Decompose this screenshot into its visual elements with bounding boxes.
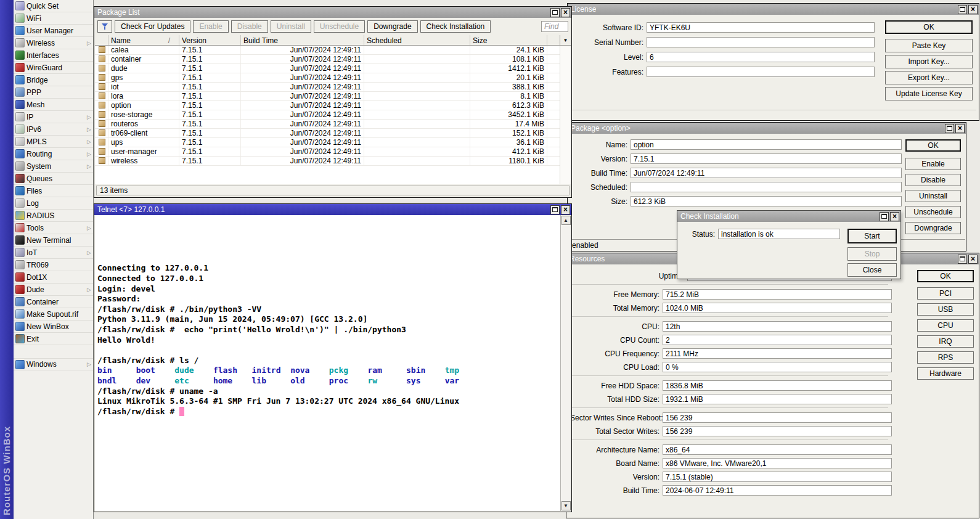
ok-button[interactable]: OK [917,270,974,282]
sidebar-item-wireless[interactable]: Wireless▷ [14,37,93,49]
scroll-down-button[interactable]: ▼ [561,501,571,510]
sidebar-item-radius[interactable]: RADIUS [14,210,93,222]
package-list-titlebar[interactable]: Package List × [94,7,571,18]
package-row-container[interactable]: container7.15.1Jun/07/2024 12:49:11108.1… [95,55,571,64]
resources-cpu-field[interactable]: 12th [663,321,892,332]
package-table-scrollbar[interactable] [560,46,571,184]
column-name[interactable]: Name/ [108,35,179,45]
find-input[interactable] [541,21,568,32]
downgrade-button[interactable]: Downgrade [367,20,417,33]
package-row-calea[interactable]: calea7.15.1Jun/07/2024 12:49:1124.1 KiB [95,46,571,55]
sidebar-item-new-terminal[interactable]: New Terminal [14,234,93,247]
resources-total-sector-writes-field[interactable]: 156 239 [663,426,892,436]
scroll-up-button[interactable]: ▲ [561,216,571,225]
start-button[interactable]: Start [847,229,897,243]
sidebar-item-dot1x[interactable]: Dot1X [14,271,93,284]
sidebar-item-dude[interactable]: Dude▷ [14,284,93,296]
unschedule-button[interactable]: Unschedule [905,206,961,218]
maximize-button[interactable] [958,255,967,264]
sidebar-item-user-manager[interactable]: User Manager [14,25,93,37]
resources-total-hdd-size-field[interactable]: 1932.1 MiB [663,394,892,404]
update-license-key-button[interactable]: Update License Key [885,87,973,100]
terminal-output[interactable]: Connecting to 127.0.0.1Connected to 127.… [95,215,560,511]
license-titlebar[interactable]: License × [568,4,979,15]
sidebar-item-mpls[interactable]: MPLS▷ [14,136,93,148]
import-key-button[interactable]: Import Key... [885,55,973,68]
sidebar-item-routing[interactable]: Routing▷ [14,148,93,160]
maximize-button[interactable] [880,212,889,221]
sidebar-item-container[interactable]: Container [14,296,93,308]
package-row-option[interactable]: option7.15.1Jun/07/2024 12:49:11612.3 Ki… [95,101,571,110]
sidebar-item-log[interactable]: Log [14,197,93,210]
resources-free-memory-field[interactable]: 715.2 MiB [663,289,892,300]
sidebar-item-files[interactable]: Files [14,185,93,197]
package-row-ups[interactable]: ups7.15.1Jun/07/2024 12:49:1136.1 KiB [95,138,571,147]
package-row-routeros[interactable]: routeros7.15.1Jun/07/2024 12:49:1117.4 M… [95,120,571,129]
cpu-button[interactable]: CPU [917,319,974,332]
resources-cpu-load-field[interactable]: 0 % [663,362,892,372]
irq-button[interactable]: IRQ [917,335,974,348]
filter-button[interactable] [97,20,112,33]
package-size-field[interactable]: 612.3 KiB [631,196,902,206]
column-scheduled[interactable]: Scheduled [364,35,470,45]
sidebar-item-make-supout-rif[interactable]: Make Supout.rif [14,308,93,321]
disable-button[interactable]: Disable [905,174,961,186]
column-size[interactable]: Size [470,35,547,45]
check-installation-button[interactable]: Check Installation [420,20,491,33]
resources-free-hdd-space-field[interactable]: 1836.8 MiB [663,380,892,391]
package-row-dude[interactable]: dude7.15.1Jun/07/2024 12:49:111412.1 KiB [95,64,571,73]
close-button[interactable]: × [561,8,570,17]
sidebar-item-ppp[interactable]: PPP [14,86,93,99]
close-button[interactable]: × [955,124,965,133]
resources-cpu-count-field[interactable]: 2 [663,335,892,345]
sidebar-item-tr069[interactable]: TR069 [14,259,93,271]
sidebar-item-quick-set[interactable]: Quick Set [14,0,93,12]
sidebar-item-ipv6[interactable]: IPv6▷ [14,123,93,136]
package-scheduled-field[interactable] [631,182,902,192]
package-row-gps[interactable]: gps7.15.1Jun/07/2024 12:49:1120.1 KiB [95,73,571,83]
resources-version-field[interactable]: 7.15.1 (stable) [663,472,892,482]
sidebar-item-system[interactable]: System▷ [14,160,93,173]
maximize-button[interactable] [958,5,967,14]
ok-button[interactable]: OK [905,139,961,152]
package-name-field[interactable]: option [631,139,902,150]
resources-cpu-frequency-field[interactable]: 2111 MHz [663,348,892,359]
resources-sector-writes-since-reboot-field[interactable]: 156 239 [663,412,892,423]
package-option-titlebar[interactable]: Package <option> × [568,123,966,134]
sidebar-item-mesh[interactable]: Mesh [14,99,93,111]
package-row-tr069-client[interactable]: tr069-client7.15.1Jun/07/2024 12:49:1115… [95,129,571,138]
close-button[interactable]: × [561,205,570,215]
paste-key-button[interactable]: Paste Key [885,39,973,52]
rps-button[interactable]: RPS [917,351,974,364]
package-row-iot[interactable]: iot7.15.1Jun/07/2024 12:49:11388.1 KiB [95,83,571,92]
resources-architecture-name-field[interactable]: x86_64 [663,444,892,455]
license-serial-number-field[interactable] [647,37,875,47]
package-row-user-manager[interactable]: user-manager7.15.1Jun/07/2024 12:49:1141… [95,147,571,157]
sidebar-item-bridge[interactable]: Bridge [14,74,93,86]
package-row-rose-storage[interactable]: rose-storage7.15.1Jun/07/2024 12:49:1134… [95,110,571,120]
package-row-lora[interactable]: lora7.15.1Jun/07/2024 12:49:118.1 KiB [95,92,571,101]
resources-build-time-field[interactable]: 2024-06-07 12:49:11 [663,485,892,496]
sidebar-item-wifi[interactable]: WiFi [14,12,93,25]
ok-button[interactable]: OK [885,20,973,34]
maximize-button[interactable] [550,8,560,17]
package-row-wireless[interactable]: wireless7.15.1Jun/07/2024 12:49:111180.1… [95,157,571,166]
sidebar-item-iot[interactable]: IoT▷ [14,247,93,259]
close-button[interactable]: × [890,212,899,221]
sidebar-item-tools[interactable]: Tools▷ [14,222,93,234]
sidebar-item-interfaces[interactable]: Interfaces [14,49,93,62]
license-features-field[interactable] [647,67,875,77]
column-select-button[interactable]: ▼ [560,35,571,45]
sidebar-item-queues[interactable]: Queues [14,173,93,185]
close-button[interactable]: Close [847,263,897,277]
check-for-updates-button[interactable]: Check For Updates [115,20,190,33]
enable-button[interactable]: Enable [905,158,961,170]
close-button[interactable]: × [968,255,978,264]
uninstall-button[interactable]: Uninstall [905,190,961,202]
sidebar-item-windows[interactable]: Windows▷ [14,358,93,370]
sidebar-item-wireguard[interactable]: WireGuard [14,62,93,74]
package-build-time-field[interactable]: Jun/07/2024 12:49:11 [631,168,902,178]
maximize-button[interactable] [550,205,560,215]
close-button[interactable]: × [968,5,978,14]
sidebar-item-ip[interactable]: IP▷ [14,111,93,123]
